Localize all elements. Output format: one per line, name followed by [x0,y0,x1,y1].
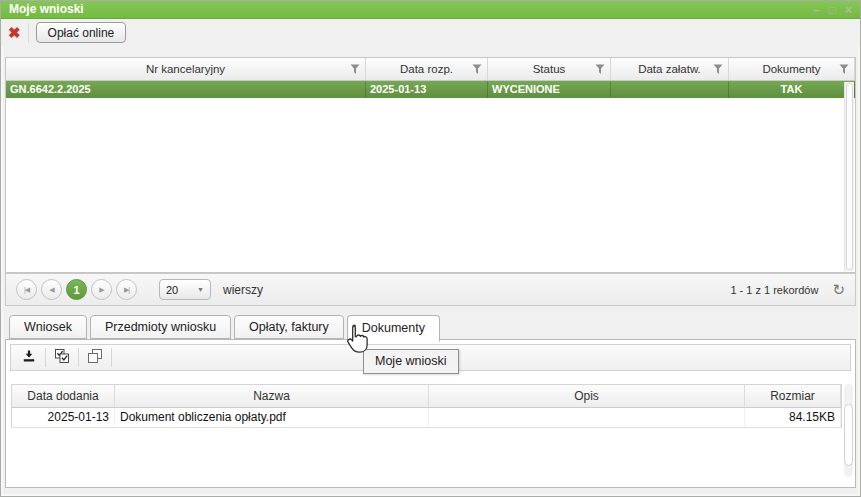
column-header-status[interactable]: Status [488,58,611,80]
hand-cursor-icon [344,324,369,360]
first-page-button[interactable]: |◀ [16,279,37,300]
filter-icon[interactable] [595,64,605,77]
documents-table-header: Data dodania Nazwa Opis Rozmiar [12,385,841,408]
documents-scrollbar-thumb[interactable] [844,404,853,466]
cell-nazwa: Dokument obliczenia opłaty.pdf [115,408,429,427]
records-count: 1 - 1 z 1 rekordów [730,284,818,296]
page-1-button[interactable]: 1 [66,279,87,300]
toolbar-separator [45,348,46,367]
cell-rozmiar: 84.15KB [745,408,841,427]
toolbar-separator [78,348,79,367]
copy-icon [87,348,103,368]
download-document-button[interactable] [17,347,41,368]
filter-icon[interactable] [839,64,849,77]
tab-oplaty-faktury[interactable]: Opłaty, faktury [234,315,344,339]
prev-page-button[interactable]: ◀ [41,279,62,300]
table-row-selected[interactable]: GN.6642.2.2025 2025-01-13 WYCENIONE TAK [6,81,855,98]
titlebar[interactable]: Moje wnioski – □ × [1,1,860,19]
cancel-request-icon[interactable]: ✖ [8,24,21,42]
detail-tabs: Wniosek Przedmioty wniosku Opłaty, faktu… [9,315,440,342]
grid-scrollbar-thumb[interactable] [846,83,853,270]
cell-nr-kancelaryjny: GN.6642.2.2025 [6,81,366,98]
window-title: Moje wnioski [9,2,84,16]
app-window: Moje wnioski – □ × ✖ Opłać online Nr kan… [0,0,861,497]
toolbar-separator [28,23,29,43]
page-size-value: 20 [166,284,178,296]
minimize-icon[interactable]: – [813,3,820,17]
requests-grid-header: Nr kancelaryjny Data rozp. Status Data z… [6,58,855,81]
main-toolbar: ✖ Opłać online [1,19,860,46]
page-size-select[interactable]: 20 ▼ [159,279,211,300]
documents-scrollbar[interactable] [844,384,853,477]
grid-scrollbar[interactable] [844,82,854,271]
tab-przedmioty-wniosku[interactable]: Przedmioty wniosku [90,315,231,339]
last-page-button[interactable]: ▶| [116,279,137,300]
documents-table: Data dodania Nazwa Opis Rozmiar 2025-01-… [11,384,842,428]
column-header-rozmiar[interactable]: Rozmiar [745,385,841,407]
cell-data-zalatw [611,81,729,98]
pay-online-button[interactable]: Opłać online [36,22,127,43]
column-header-opis[interactable]: Opis [429,385,745,407]
tab-wniosek[interactable]: Wniosek [9,315,87,339]
filter-icon[interactable] [350,64,360,77]
cell-data-dodania: 2025-01-13 [12,408,115,427]
next-page-button[interactable]: ▶ [91,279,112,300]
column-header-data-dodania[interactable]: Data dodania [12,385,115,407]
download-icon [22,349,36,367]
pagination-bar: |◀ ◀ 1 ▶ ▶| 20 ▼ wierszy 1 - 1 z 1 rekor… [5,273,856,306]
column-header-dokumenty[interactable]: Dokumenty [729,58,855,80]
rows-label: wierszy [223,283,263,297]
table-row[interactable]: 2025-01-13 Dokument obliczenia opłaty.pd… [12,408,841,428]
cell-opis [429,408,745,427]
column-header-data-zalatw[interactable]: Data załatw. [611,58,729,80]
toolbar-separator [111,348,112,367]
column-header-nazwa[interactable]: Nazwa [115,385,429,407]
column-header-data-rozp[interactable]: Data rozp. [366,58,488,80]
column-header-nr-kancelaryjny[interactable]: Nr kancelaryjny [6,58,366,80]
cell-data-rozp: 2025-01-13 [366,81,488,98]
chevron-down-icon: ▼ [197,286,204,293]
cell-dokumenty: TAK [729,81,855,98]
copy-button[interactable] [83,347,107,368]
tooltip: Moje wnioski [363,349,459,374]
window-controls: – □ × [813,1,852,19]
close-icon[interactable]: × [845,3,852,17]
filter-icon[interactable] [713,64,723,77]
cell-status: WYCENIONE [488,81,611,98]
refresh-icon[interactable]: ↻ [832,282,845,297]
requests-grid: Nr kancelaryjny Data rozp. Status Data z… [5,57,856,273]
select-all-icon [54,348,70,368]
select-all-button[interactable] [50,347,74,368]
filter-icon[interactable] [472,64,482,77]
maximize-icon[interactable]: □ [829,3,836,17]
